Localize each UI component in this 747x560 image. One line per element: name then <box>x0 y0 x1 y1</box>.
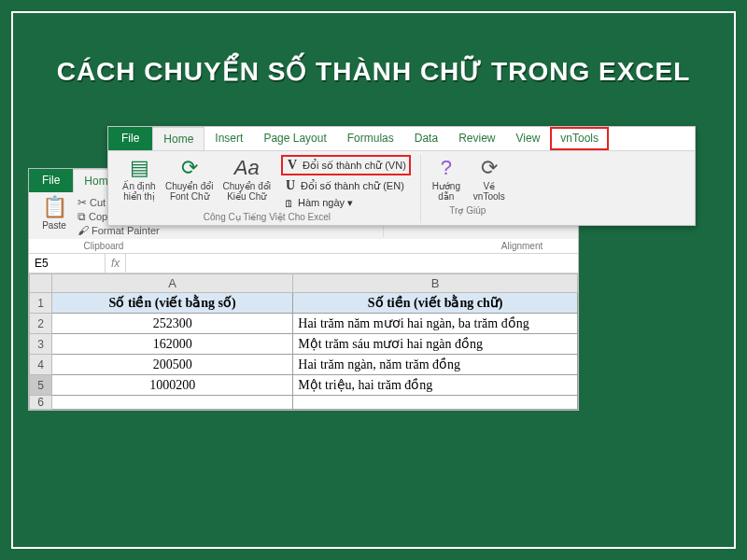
clipboard-group-label: Clipboard <box>29 241 178 251</box>
header-cell-b1[interactable]: Số tiền (viết bằng chữ) <box>293 293 578 314</box>
tab-file[interactable]: File <box>108 127 152 150</box>
row-header-1[interactable]: 1 <box>30 293 52 314</box>
vn-label: Đổi số thành chữ (VN) <box>303 160 406 172</box>
formula-bar[interactable] <box>126 254 578 273</box>
tab-data[interactable]: Data <box>404 127 448 150</box>
tab-formulas[interactable]: Formulas <box>337 127 404 150</box>
doi-so-thanh-chu-en-button[interactable]: U Đổi số thành chữ (EN) <box>281 177 411 194</box>
refresh-icon: ⟳ <box>181 157 198 179</box>
name-box[interactable]: E5 <box>29 254 106 273</box>
excel-doc-icon: ▤ <box>130 157 149 179</box>
tab-review[interactable]: Review <box>448 127 505 150</box>
v-icon: V <box>286 158 299 173</box>
vn-group-label: Công Cụ Tiếng Việt Cho Excel <box>204 210 331 223</box>
paste-label: Paste <box>42 220 66 231</box>
cell-a6[interactable] <box>52 396 293 410</box>
u-icon: U <box>284 178 297 193</box>
about-icon: ⟳ <box>481 157 498 179</box>
doi-so-thanh-chu-vn-button[interactable]: V Đổi số thành chữ (VN) <box>281 155 411 175</box>
paste-icon: 📋 <box>42 196 67 218</box>
huong-dan-button[interactable]: ? Hướng dẫn <box>427 155 466 203</box>
row-header-4[interactable]: 4 <box>30 355 52 375</box>
row-header-5[interactable]: 5 <box>30 375 52 396</box>
help-group-label: Trợ Giúp <box>449 203 486 217</box>
row-header-3[interactable]: 3 <box>30 334 52 355</box>
tab-page-layout[interactable]: Page Layout <box>253 127 336 150</box>
calendar-icon: 🗓 <box>284 198 294 209</box>
worksheet-grid[interactable]: A B 1 Số tiền (viết bằng số) Số tiền (vi… <box>29 273 578 410</box>
chuyen-doi-kieu-button[interactable]: Aa Chuyển đổi Kiểu Chữ <box>219 155 273 203</box>
ham-ngay-button[interactable]: 🗓 Hàm ngày ▾ <box>281 196 411 210</box>
col-header-b[interactable]: B <box>293 274 578 293</box>
cut-label: Cut <box>90 197 106 208</box>
huongdan-label: Hướng dẫn <box>432 181 460 202</box>
aa-icon: Aa <box>234 157 260 179</box>
hamngay-label: Hàm ngày ▾ <box>298 197 353 209</box>
tab-home[interactable]: Home <box>152 127 204 150</box>
cell-a5[interactable]: 1000200 <box>52 375 293 396</box>
tab-file-bg[interactable]: File <box>29 169 73 192</box>
row-header-2[interactable]: 2 <box>30 314 52 334</box>
chuyen-doi-font-button[interactable]: ⟳ Chuyển đổi Font Chữ <box>162 155 216 203</box>
tab-vntools[interactable]: vnTools <box>550 127 609 150</box>
an-dinh-hien-thi-button[interactable]: ▤ Ấn định hiển thị <box>120 155 159 203</box>
chuyenfont-label: Chuyển đổi Font Chữ <box>165 181 213 202</box>
cell-b5[interactable]: Một triệu, hai trăm đồng <box>293 375 578 396</box>
col-header-a[interactable]: A <box>52 274 293 293</box>
paste-button[interactable]: 📋 Paste <box>35 196 74 237</box>
select-all-corner[interactable] <box>30 274 52 293</box>
fx-label: fx <box>106 254 126 273</box>
en-label: Đổi số thành chữ (EN) <box>301 180 404 192</box>
cell-a3[interactable]: 162000 <box>52 334 293 355</box>
chuyenkieu-label: Chuyển đổi Kiểu Chữ <box>222 181 270 202</box>
copy-icon: ⧉ <box>78 210 86 223</box>
cell-a2[interactable]: 252300 <box>52 314 293 334</box>
cut-icon: ✂ <box>78 196 87 209</box>
tab-insert[interactable]: Insert <box>204 127 253 150</box>
vntools-ribbon-panel: File Home Insert Page Layout Formulas Da… <box>107 126 696 226</box>
alignment-group-label: Alignment <box>466 241 578 251</box>
cell-b6[interactable] <box>293 396 578 410</box>
ve-vntools-button[interactable]: ⟳ Về vnTools <box>470 155 509 203</box>
cell-b4[interactable]: Hai trăm ngàn, năm trăm đồng <box>293 355 578 375</box>
row-header-6[interactable]: 6 <box>30 396 52 410</box>
ve-label: Về vnTools <box>473 181 505 202</box>
cell-b2[interactable]: Hai trăm năm mươi hai ngàn, ba trăm đồng <box>293 314 578 334</box>
andinh-label: Ấn định hiển thị <box>122 181 155 202</box>
cell-a4[interactable]: 200500 <box>52 355 293 375</box>
cell-b3[interactable]: Một trăm sáu mươi hai ngàn đồng <box>293 334 578 355</box>
header-cell-a1[interactable]: Số tiền (viết bằng số) <box>52 293 293 314</box>
format-painter-button[interactable]: 🖌Format Painter <box>78 224 160 237</box>
fmt-label: Format Painter <box>92 225 160 236</box>
help-icon: ? <box>441 157 452 179</box>
page-title: CÁCH CHUYỂN SỐ THÀNH CHỮ TRONG EXCEL <box>37 56 710 87</box>
brush-icon: 🖌 <box>78 224 89 237</box>
tab-view[interactable]: View <box>506 127 551 150</box>
